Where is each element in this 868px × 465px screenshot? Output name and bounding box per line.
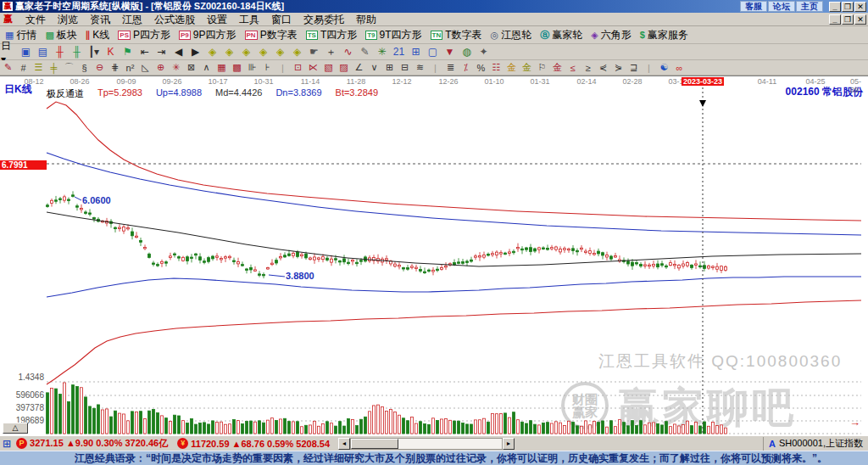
percent-box-tool-icon[interactable]: ☷ [489,62,504,74]
angle-tool-icon[interactable]: ◺ [138,62,153,74]
rows-tool-icon[interactable]: ⊪ [245,62,259,74]
target-tool-icon[interactable]: ⊕ [153,62,168,74]
child-window-close-button[interactable]: ✕ [854,14,866,25]
candle-style-dropdown-icon[interactable]: ┃▾ [86,45,102,59]
gann-diamond-1-icon[interactable]: ◈ [204,45,220,59]
gann-diamond-3-icon[interactable]: ◈ [238,45,254,59]
menu-浏览[interactable]: 浏览 [52,13,84,26]
pen-tool-icon[interactable]: ✎ [1,62,15,74]
p-table-button[interactable]: PNP数字表 [242,27,301,42]
scroll-right-arrow[interactable]: → [849,416,860,429]
p9-square-button[interactable]: P99P四方形 [175,27,239,42]
boxgrid-tool-icon[interactable]: ⊠ [184,62,198,74]
arc-tool-icon[interactable]: ⌒ [62,62,76,74]
winner-service-button[interactable]: $赢家服务 [637,27,692,42]
draw-tool-icon[interactable]: ✎ [357,45,373,59]
gann-diamond-4-icon[interactable]: ◈ [255,45,271,59]
percent-tool-icon[interactable]: % [474,62,488,74]
menu-窗口[interactable]: 窗口 [265,13,298,26]
calculator-button-icon[interactable]: ⊞ [408,45,424,59]
shade2-tool-icon[interactable]: ▨ [337,62,351,74]
gann-wheel-button[interactable]: ◎江恩轮 [487,27,536,42]
gann-diamond-5-icon[interactable]: ◈ [272,45,288,59]
flag-marker-icon-icon[interactable]: ⚑ [120,45,136,59]
fence-tool-icon[interactable]: ▩ [230,62,244,74]
gold-bar-tool-icon[interactable]: 金 [520,62,534,74]
index-quote-1[interactable]: P3271.15 ▲9.90 0.30% 3720.46亿 [14,437,175,450]
infinity-tool-icon[interactable]: ∞ [672,62,687,74]
winner-wheel-button[interactable]: ⓐ赢家轮 [537,27,586,42]
crosshair-tool-icon[interactable]: ＋ [323,45,339,59]
grid-tool-icon[interactable]: # [16,62,31,74]
sectors-button[interactable]: ▩板块 [42,27,80,42]
seat-tool-icon[interactable]: ⊒ [626,62,641,74]
table-tool-icon[interactable]: ⊞ [382,62,397,74]
window-close-button[interactable]: ✕ [854,2,866,12]
child-window-restore-button[interactable]: ❐ [842,14,854,25]
menu-工具[interactable]: 工具 [233,13,265,26]
shade-tool-icon[interactable]: ▧ [321,62,336,74]
web-button-icon[interactable]: ◍ [459,45,475,59]
back-tool-icon[interactable]: ⋟ [611,62,626,74]
index-quote-2[interactable]: ¥11720.59 ▲68.76 0.59% 5208.54 [175,438,337,449]
notepad-button-icon[interactable]: ▢ [425,45,441,59]
percent-retrace-tool-icon[interactable]: ⁒ [459,62,473,74]
menu-帮助[interactable]: 帮助 [350,13,382,26]
pattern-tool-icon[interactable]: ✳ [374,45,390,59]
angle2-tool-icon[interactable]: ∠ [352,62,366,74]
yinyang-tool-icon[interactable]: ☯ [657,62,671,74]
first-page-button-icon[interactable]: ⇤ [136,45,153,59]
gold-circle-tool-icon[interactable]: 金 [504,62,519,74]
steps-tool-icon[interactable]: ≥ [581,62,595,74]
kline-chart[interactable] [0,76,868,436]
last-page-button-icon[interactable]: ⇥ [153,45,170,59]
pane-collapse-button[interactable]: △ [3,423,28,434]
menu-公式选股[interactable]: 公式选股 [148,13,201,26]
comb-tool-icon[interactable]: ⋕ [108,62,122,74]
keyboard-wizard-icon[interactable]: ⊞ [3,438,11,450]
layout-screen-icon-icon[interactable]: ▣ [18,45,34,59]
kline-button[interactable]: ∥K线 [82,27,114,42]
bands-tool-icon[interactable]: ≣ [443,62,458,74]
waves-tool-icon[interactable]: ≋ [413,62,427,74]
menu-交易委托[interactable]: 交易委托 [298,13,350,26]
gann-diamond-6-icon[interactable]: ◈ [289,45,305,59]
peak-tool-icon[interactable]: ∧ [199,62,214,74]
cross-grid-tool-icon[interactable]: ╪ [47,62,61,74]
fence-red-tool-icon[interactable]: ▦ [214,62,229,74]
menu-文件[interactable]: 文件 [19,13,52,26]
wave-tool-icon[interactable]: ∿ [340,45,356,59]
forward-tool-icon[interactable]: ⋞ [596,62,610,74]
window-minimize-button[interactable]: _ [829,2,841,12]
star-tool-icon[interactable]: ✳ [169,62,183,74]
gann-diamond-2-icon[interactable]: ◈ [221,45,237,59]
post-tool-icon[interactable]: ⊦ [260,62,275,74]
ladder-tool-icon[interactable]: ≤ [565,62,580,74]
menu-资讯[interactable]: 资讯 [84,13,116,26]
fan-tool-icon[interactable]: ⋉ [306,62,320,74]
kline-box-icon-icon[interactable]: K [103,45,119,59]
gold-red-tool-icon[interactable]: 金 [550,62,565,74]
menu-设置[interactable]: 设置 [201,13,233,26]
prev-bar-button-icon[interactable]: ◀ [170,45,186,59]
frame-tool-icon[interactable]: ⊡ [291,62,305,74]
scroll-right-button[interactable]: ▸ [503,438,515,450]
hexagon-button[interactable]: ◈六角形 [587,27,634,42]
spiral-tool-icon[interactable]: § [77,62,92,74]
kline-green-icon-icon[interactable]: ╫ [69,45,85,59]
info-page-icon-icon[interactable]: ▤ [35,45,51,59]
hand-tool-icon[interactable]: ☛ [306,45,322,59]
window-restore-button[interactable]: ❐ [842,2,854,12]
t-square-button[interactable]: TST四方形 [303,27,361,42]
save-button-icon[interactable]: ▼ [442,45,458,59]
p-square-button[interactable]: PSP四方形 [114,27,174,42]
scroll-left-button[interactable]: ◂ [338,438,350,450]
chart-area[interactable]: 江恩工具软件 QQ:100800360 财圈 赢家 赢家聊吧 日K线 00216… [0,76,868,435]
calendar-21-button-icon[interactable]: 21 [391,45,407,59]
t9-square-button[interactable]: T99T四方形 [362,27,425,42]
ruler-tool-icon[interactable]: ⊟ [398,62,412,74]
kline-red-icon-icon[interactable]: ╫ [52,45,68,59]
current-index-panel[interactable]: A SH000001,上证指数 [763,437,868,451]
hlines-tool-icon[interactable]: ☰ [31,62,46,74]
n2-tool-icon[interactable]: n² [123,62,137,74]
